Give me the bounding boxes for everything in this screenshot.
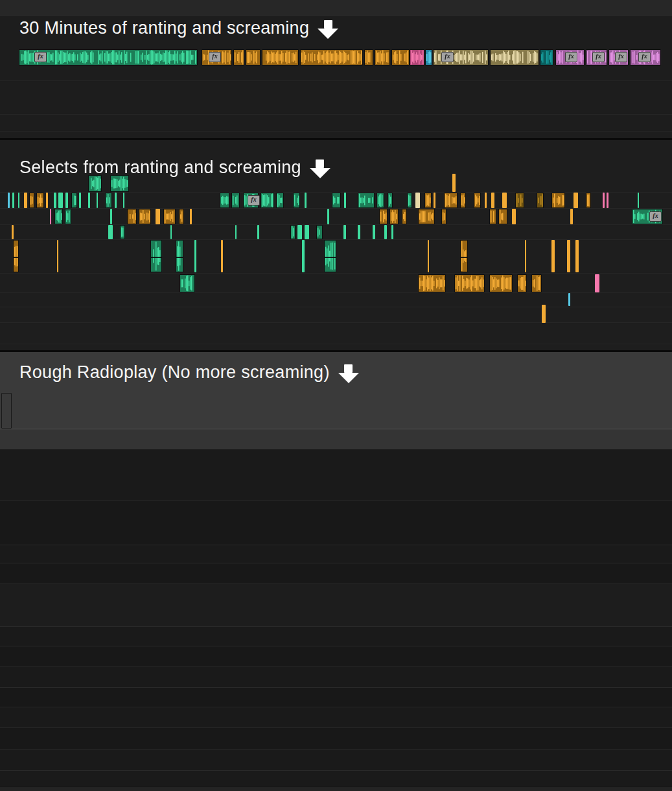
sequence-header-1[interactable]: 30 Minutes of ranting and screaming: [19, 18, 338, 39]
fx-badge[interactable]: fx: [441, 52, 454, 62]
audio-clip[interactable]: fx: [19, 49, 198, 65]
audio-track[interactable]: [0, 240, 672, 272]
audio-clip[interactable]: [324, 240, 336, 272]
audio-clip[interactable]: [444, 193, 458, 208]
audio-clip[interactable]: [343, 225, 346, 239]
audio-clip[interactable]: [12, 225, 14, 239]
audio-clip[interactable]: [163, 209, 176, 224]
audio-clip[interactable]: [638, 193, 639, 208]
fx-badge[interactable]: fx: [34, 52, 47, 62]
audio-clip[interactable]: [344, 193, 346, 208]
audio-clip[interactable]: fx: [608, 49, 629, 65]
audio-clip[interactable]: [607, 193, 608, 208]
audio-clip[interactable]: [379, 209, 388, 224]
audio-clip[interactable]: [452, 174, 456, 192]
audio-track[interactable]: [0, 393, 672, 429]
audio-clip[interactable]: [418, 209, 435, 224]
audio-clip[interactable]: [24, 193, 27, 208]
audio-clip[interactable]: [36, 193, 44, 208]
audio-clip[interactable]: [491, 193, 494, 208]
audio-clip[interactable]: [29, 193, 34, 208]
volume-line[interactable]: [325, 257, 336, 258]
audio-clip[interactable]: [551, 240, 555, 272]
audio-clip[interactable]: [389, 209, 399, 224]
audio-clip[interactable]: fx: [243, 193, 259, 208]
audio-clip[interactable]: [65, 209, 71, 224]
fx-badge[interactable]: fx: [649, 211, 662, 222]
audio-clip[interactable]: [97, 193, 98, 208]
audio-clip[interactable]: [434, 193, 435, 208]
audio-clip[interactable]: fx: [586, 49, 607, 65]
audio-track[interactable]: [0, 274, 672, 292]
audio-clip[interactable]: [276, 193, 284, 208]
audio-clip[interactable]: [293, 193, 300, 208]
audio-clip[interactable]: [454, 274, 485, 292]
audio-clip[interactable]: [595, 274, 599, 292]
audio-clip[interactable]: [418, 274, 446, 292]
audio-clip[interactable]: [377, 193, 384, 208]
audio-clip[interactable]: fx: [202, 49, 232, 65]
audio-track[interactable]: fxfxfxfxfxfxfx: [0, 49, 672, 65]
audio-clip[interactable]: [415, 193, 420, 208]
audio-clip[interactable]: [512, 209, 516, 224]
audio-clip[interactable]: [485, 193, 487, 208]
audio-clip[interactable]: [179, 209, 184, 224]
audio-clip[interactable]: [262, 49, 299, 65]
audio-clip[interactable]: [108, 225, 113, 239]
audio-clip[interactable]: fx: [555, 49, 585, 65]
audio-clip[interactable]: [424, 193, 432, 208]
audio-clip[interactable]: [65, 193, 68, 208]
audio-clip[interactable]: [375, 49, 390, 65]
audio-clip[interactable]: [515, 193, 524, 208]
audio-clip[interactable]: [489, 209, 496, 224]
audio-clip[interactable]: [391, 225, 393, 239]
audio-track[interactable]: fx: [0, 209, 672, 224]
audio-clip[interactable]: [358, 193, 375, 208]
audio-clip[interactable]: [332, 193, 341, 208]
audio-clip[interactable]: [373, 225, 375, 239]
audio-clip[interactable]: [567, 240, 570, 272]
fx-badge[interactable]: fx: [615, 52, 627, 62]
audio-clip[interactable]: [170, 225, 172, 239]
audio-clip[interactable]: [297, 225, 302, 239]
audio-clip[interactable]: [603, 193, 605, 208]
audio-clip[interactable]: [57, 240, 58, 272]
volume-line[interactable]: [176, 257, 183, 258]
audio-clip[interactable]: [290, 225, 295, 239]
audio-clip[interactable]: [586, 193, 591, 208]
audio-clip[interactable]: [302, 240, 305, 272]
audio-clip[interactable]: [12, 193, 14, 208]
audio-clip[interactable]: [540, 49, 553, 65]
audio-clip[interactable]: [190, 209, 192, 224]
sequence-header-3[interactable]: Rough Radioplay (No more screaming): [19, 362, 359, 383]
audio-clip[interactable]: [150, 240, 162, 272]
audio-clip[interactable]: [428, 240, 429, 272]
audio-clip[interactable]: [257, 225, 259, 239]
audio-clip[interactable]: [13, 240, 19, 272]
audio-clip[interactable]: [194, 240, 196, 272]
audio-clip[interactable]: [115, 193, 117, 208]
audio-clip[interactable]: [300, 49, 363, 65]
audio-clip[interactable]: [46, 193, 48, 208]
audio-clip[interactable]: [54, 193, 56, 208]
audio-clip[interactable]: [407, 193, 412, 208]
audio-clip[interactable]: [176, 240, 183, 272]
audio-clip[interactable]: [551, 193, 565, 208]
audio-clip[interactable]: [231, 193, 240, 208]
audio-clip[interactable]: [410, 49, 424, 65]
audio-clip[interactable]: [388, 193, 393, 208]
fx-badge[interactable]: fx: [209, 52, 221, 62]
audio-track[interactable]: [0, 225, 672, 239]
audio-clip[interactable]: [50, 209, 51, 224]
audio-clip[interactable]: [123, 193, 124, 208]
audio-clip[interactable]: [261, 193, 274, 208]
audio-clip[interactable]: fx: [630, 49, 661, 65]
audio-clip[interactable]: [1, 393, 12, 429]
audio-clip[interactable]: [120, 225, 125, 239]
audio-clip[interactable]: [233, 49, 244, 65]
audio-clip[interactable]: [490, 49, 539, 65]
audio-clip[interactable]: [460, 240, 468, 272]
audio-clip[interactable]: [316, 225, 323, 239]
audio-clip[interactable]: [498, 209, 507, 224]
volume-line[interactable]: [461, 257, 467, 258]
